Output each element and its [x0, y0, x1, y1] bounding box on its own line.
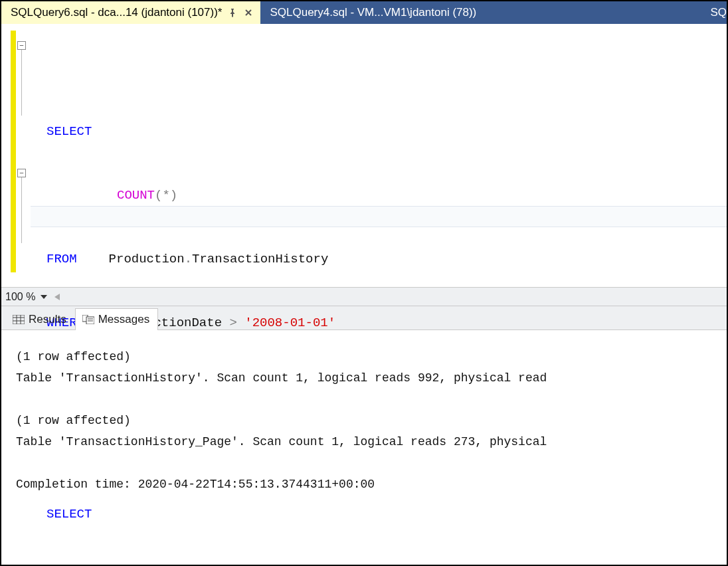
close-icon[interactable] — [243, 7, 254, 18]
paren: ( — [155, 188, 162, 203]
tab-title: SQLQuery6.sql - dca...14 (jdantoni (107)… — [11, 6, 222, 19]
svg-rect-0 — [13, 315, 25, 324]
operator: > — [222, 316, 244, 330]
identifier: Production — [109, 252, 185, 266]
zoom-level: 100 % — [5, 291, 35, 303]
tab-messages[interactable]: Messages — [75, 308, 158, 330]
tab-sqlquery6[interactable]: SQLQuery6.sql - dca...14 (jdantoni (107)… — [1, 1, 260, 24]
sql-editor-area: − − SELECT COUNT(*) FROMProduction.Trans… — [1, 24, 727, 287]
grid-icon — [13, 315, 25, 324]
tab-title: SQLQuery4.sql - VM...VM1\jdantoni (78)) — [270, 6, 476, 19]
keyword-select: SELECT — [46, 507, 92, 521]
star: * — [162, 188, 169, 203]
keyword-select: SELECT — [46, 124, 92, 139]
func-count: COUNT — [117, 188, 155, 203]
identifier: TransactionHistory — [192, 252, 328, 266]
messages-icon — [82, 315, 94, 324]
tab-title: SQ — [710, 6, 727, 19]
string-literal: '2008-01-01' — [244, 316, 335, 330]
paren: ) — [170, 188, 177, 203]
change-indicator-bar — [11, 31, 16, 272]
pin-icon[interactable] — [227, 7, 238, 18]
tab-label: Messages — [98, 313, 149, 326]
sql-editor[interactable]: SELECT COUNT(*) FROMProduction.Transacti… — [16, 24, 727, 287]
tab-label: Results — [29, 313, 66, 326]
dot: . — [185, 252, 192, 266]
document-tabstrip: SQLQuery6.sql - dca...14 (jdantoni (107)… — [1, 1, 727, 24]
tab-overflow[interactable]: SQ — [701, 1, 727, 24]
tab-results[interactable]: Results — [5, 308, 75, 330]
tab-sqlquery4[interactable]: SQLQuery4.sql - VM...VM1\jdantoni (78)) — [260, 1, 483, 24]
keyword-from: FROM — [46, 252, 77, 266]
